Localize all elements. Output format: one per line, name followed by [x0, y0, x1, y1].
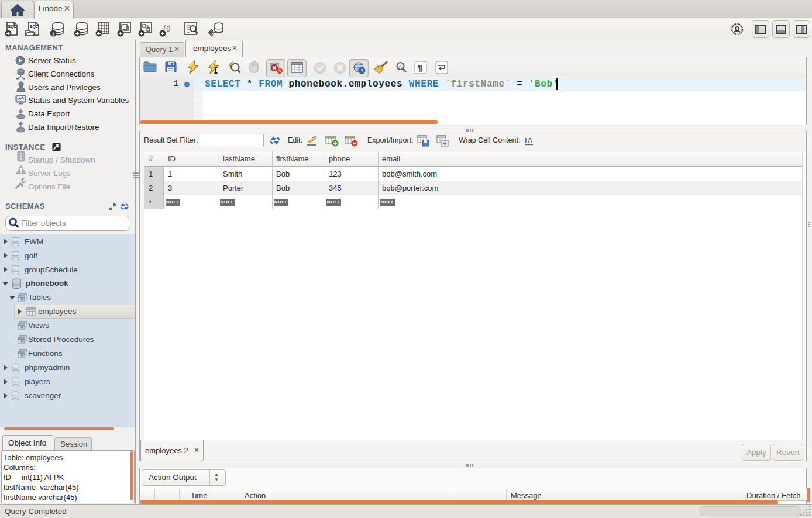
svg-text:SQL: SQL [8, 25, 17, 29]
svg-text:¶: ¶ [418, 63, 422, 72]
svg-text:A: A [528, 137, 532, 145]
svg-text:A: A [399, 64, 402, 69]
svg-text:SQL: SQL [30, 25, 39, 29]
svg-text:(): () [166, 25, 170, 32]
svg-text:I: I [525, 137, 527, 145]
